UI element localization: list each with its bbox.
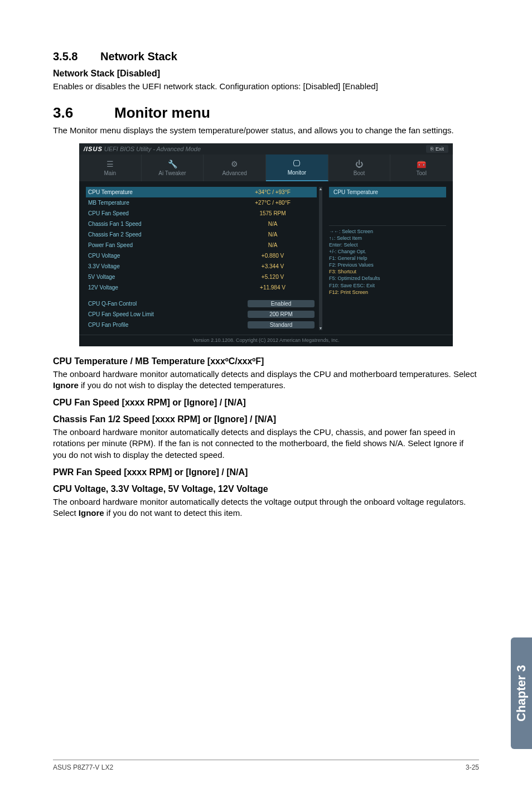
chassis-fan-body: The onboard hardware monitor automatical… [53,427,479,461]
section-3.5.8-heading: 3.5.8Network Stack [53,50,479,63]
section-title: Monitor menu [114,104,210,121]
row-cpu-voltage[interactable]: CPU Voltage+0.880 V [86,250,317,261]
wrench-icon: 🔧 [168,160,177,168]
bios-title: /ISUS UEFI BIOS Utility - Advanced Mode [84,146,201,152]
row-3v3-voltage[interactable]: 3.3V Voltage+3.344 V [86,261,317,272]
tab-boot[interactable]: ⏻Boot [328,154,391,181]
exit-button[interactable]: ⎘Exit [426,145,448,153]
cpu-fan-speed-heading: CPU Fan Speed [xxxx RPM] or [Ignore] / [… [53,398,479,408]
row-chassis-fan-2[interactable]: Chassis Fan 2 SpeedN/A [86,229,317,240]
network-stack-body: Enables or disables the UEFI network sta… [53,81,479,92]
chapter-tab: Chapter 3 [511,637,532,749]
row-12v-voltage[interactable]: 12V Voltage+11.984 V [86,282,317,293]
row-cpu-temperature[interactable]: CPU Temperature+34°C / +93°F [86,187,317,197]
row-5v-voltage[interactable]: 5V Voltage+5.120 V [86,272,317,282]
row-fan-low-limit[interactable]: CPU Fan Speed Low Limit200 RPM [86,309,317,320]
tab-aitweaker[interactable]: 🔧Ai Tweaker [142,154,204,181]
scroll-up-icon[interactable]: ▲ [319,187,323,191]
gear-icon: ⚙ [231,160,238,168]
tab-monitor[interactable]: 🖵Monitor [266,154,328,181]
footer-product: ASUS P8Z77-V LX2 [53,764,113,771]
section-3.6-heading: 3.6Monitor menu [53,104,479,122]
row-fan-profile[interactable]: CPU Fan ProfileStandard [86,320,317,330]
cpu-mb-temp-heading: CPU Temperature / MB Temperature [xxxºC/… [53,356,479,366]
section-number: 3.5.8 [53,50,100,63]
help-panel-title: CPU Temperature [329,187,446,197]
chassis-fan-speed-heading: Chassis Fan 1/2 Speed [xxxx RPM] or [Ign… [53,414,479,424]
voltage-heading: CPU Voltage, 3.3V Voltage, 5V Voltage, 1… [53,484,479,494]
network-stack-subhead: Network Stack [Disabled] [53,69,479,79]
page-footer: ASUS P8Z77-V LX2 3-25 [53,760,479,771]
section-title: Network Stack [100,50,177,62]
tab-advanced[interactable]: ⚙Advanced [204,154,266,181]
list-icon: ☰ [107,160,114,168]
pwr-fan-speed-heading: PWR Fan Speed [xxxx RPM] or [Ignore] / [… [53,467,479,477]
row-power-fan[interactable]: Power Fan SpeedN/A [86,240,317,250]
section-number: 3.6 [53,104,114,122]
row-q-fan-control[interactable]: CPU Q-Fan ControlEnabled [86,298,317,309]
footer-page-number: 3-25 [466,764,479,771]
cpu-mb-temp-body: The onboard hardware monitor automatical… [53,369,479,392]
scroll-down-icon[interactable]: ▼ [319,326,323,330]
bios-version-footer: Version 2.10.1208. Copyright (C) 2012 Am… [79,335,453,346]
monitor-icon: 🖵 [293,159,301,168]
tool-icon: 🧰 [417,160,426,168]
power-icon: ⏻ [355,160,363,168]
key-help: →←: Select Screen ↑↓: Select Item Enter:… [329,225,446,296]
tab-main[interactable]: ☰Main [79,154,142,181]
voltage-body: The onboard hardware monitor automatical… [53,496,479,519]
exit-icon: ⎘ [431,146,433,152]
section-3.6-intro: The Monitor menu displays the system tem… [53,125,479,136]
row-cpu-fan-speed[interactable]: CPU Fan Speed1575 RPM [86,208,317,219]
bios-screenshot: /ISUS UEFI BIOS Utility - Advanced Mode … [79,143,453,346]
scrollbar[interactable]: ▲ ▼ [319,187,322,330]
row-chassis-fan-1[interactable]: Chassis Fan 1 SpeedN/A [86,219,317,229]
tab-tool[interactable]: 🧰Tool [390,154,453,181]
row-mb-temperature[interactable]: MB Temperature+27°C / +80°F [86,197,317,208]
